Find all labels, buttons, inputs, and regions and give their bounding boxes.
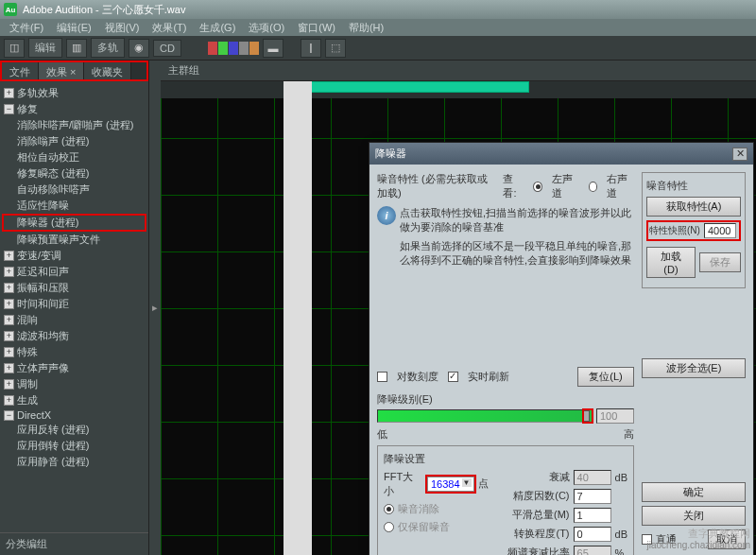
effects-tree[interactable]: +多轨效果 −修复 消除咔嗒声/噼啪声 (进程) 消除嗡声 (进程) 相位自动校… (0, 81, 148, 532)
attenuation-input[interactable]: 40 (574, 470, 611, 485)
time-ruler[interactable] (161, 81, 756, 98)
menu-effects[interactable]: 效果(T) (146, 19, 192, 37)
precision-input[interactable]: 7 (574, 489, 611, 504)
cd-icon[interactable]: ◉ (129, 39, 149, 58)
waveform-icon[interactable]: ◫ (4, 39, 25, 58)
toolbar: ◫ 编辑 ▥ 多轨 ◉ CD ▬ I ⬚ (0, 36, 756, 61)
group-tab[interactable]: 主群组 (161, 61, 756, 81)
menu-generate[interactable]: 生成(G) (194, 19, 241, 37)
mode-edit[interactable]: 编辑 (28, 38, 62, 58)
close-icon[interactable]: ✕ (732, 147, 747, 161)
panel-collapse-icon[interactable]: ▸ (149, 61, 161, 555)
ok-button[interactable]: 确定 (642, 482, 746, 502)
get-profile-button[interactable]: 获取特性(A) (646, 197, 741, 217)
tool-brush-icon[interactable]: ▬ (263, 39, 284, 58)
close-button[interactable]: 关闭 (642, 506, 746, 526)
multitrack-icon[interactable]: ▥ (66, 39, 87, 58)
tab-effects[interactable]: 效果 × (39, 62, 84, 79)
save-button[interactable]: 保存 (699, 252, 741, 272)
load-button[interactable]: 加载(D) (646, 247, 696, 278)
watermark: 查字典教程网 jiaocheng.chazidian.com (646, 528, 750, 551)
mode-cd[interactable]: CD (153, 40, 181, 57)
tab-file[interactable]: 文件 (2, 62, 39, 79)
fft-size-select[interactable]: 16384 (427, 477, 474, 492)
noise-level-value: 100 (596, 408, 634, 424)
app-icon: Au (4, 3, 17, 16)
menu-options[interactable]: 选项(O) (243, 19, 290, 37)
menu-edit[interactable]: 编辑(E) (51, 19, 97, 37)
dialog-title: 降噪器 (375, 147, 406, 161)
reset-button[interactable]: 复位(L) (577, 367, 634, 387)
panel-footer: 分类编组 (0, 532, 148, 555)
collapse-icon[interactable]: − (4, 104, 14, 114)
radio-right-channel[interactable] (589, 182, 598, 192)
checkbox-log-scale[interactable] (377, 372, 387, 382)
selection-range[interactable] (284, 81, 529, 93)
noise-level-slider[interactable] (377, 409, 593, 423)
tab-favorites[interactable]: 收藏夹 (84, 62, 131, 79)
noise-reduction-dialog: 降噪器 ✕ 噪音特性 (必需先获取或加载) 查看: 左声道 右声道 i 点击获取… (369, 142, 754, 555)
menubar: 文件(F) 编辑(E) 视图(V) 效果(T) 生成(G) 选项(O) 窗口(W… (0, 19, 756, 36)
menu-file[interactable]: 文件(F) (4, 19, 49, 37)
smooth-input[interactable]: 1 (574, 508, 611, 523)
expand-icon[interactable]: + (4, 88, 14, 98)
snapshot-input[interactable]: 4000 (704, 223, 736, 238)
menu-help[interactable]: 帮助(H) (343, 19, 389, 37)
radio-keep-noise[interactable] (384, 522, 394, 532)
radio-remove-noise[interactable] (384, 504, 394, 514)
transition-input[interactable]: 0 (574, 527, 611, 542)
checkbox-live-update[interactable] (448, 372, 458, 382)
tool-marquee-icon[interactable]: ⬚ (325, 39, 346, 58)
waveform-clip[interactable] (284, 81, 312, 555)
spectral-decay-input[interactable]: 65 (574, 546, 611, 555)
mode-multi[interactable]: 多轨 (91, 38, 125, 58)
menu-view[interactable]: 视图(V) (99, 19, 146, 37)
menu-window[interactable]: 窗口(W) (292, 19, 341, 37)
select-all-button[interactable]: 波形全选(E) (642, 358, 746, 378)
tool-ibeam-icon[interactable]: I (301, 39, 321, 58)
color-palette[interactable] (208, 42, 259, 55)
tree-noise-reduction[interactable]: 降噪器 (进程) (17, 216, 78, 230)
window-title: Adobe Audition - 三个心愿女千.wav (23, 3, 185, 17)
panel-tabs: 文件 效果 × 收藏夹 (0, 61, 148, 81)
radio-left-channel[interactable] (533, 182, 542, 192)
info-icon: i (377, 206, 396, 225)
